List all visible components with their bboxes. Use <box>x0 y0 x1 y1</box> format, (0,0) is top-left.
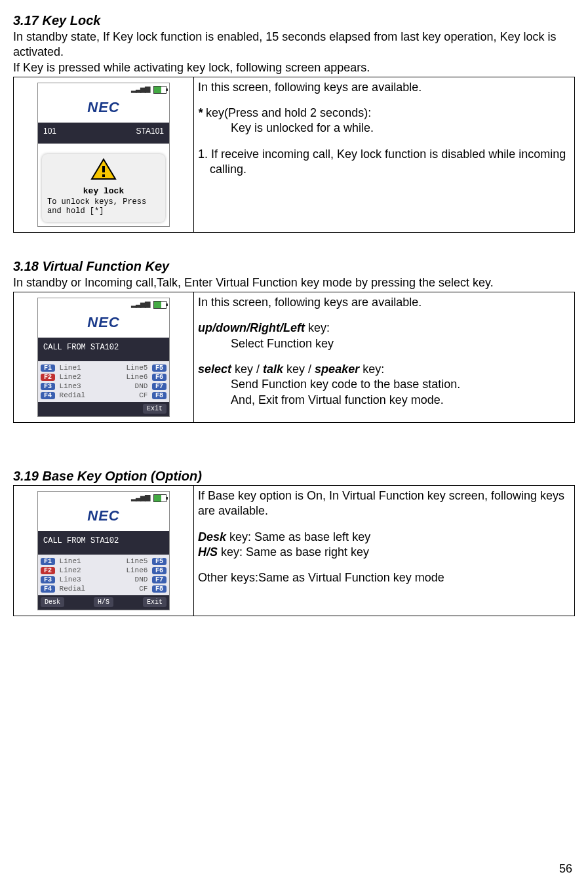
station-left: 101 <box>43 127 56 136</box>
key-name: up/down/Right/Left <box>198 321 305 334</box>
brand-logo: NEC <box>38 95 169 123</box>
fkey-badge: F8 <box>152 392 167 399</box>
key-name: talk <box>263 363 283 376</box>
fkey-badge: F4 <box>41 392 55 399</box>
desc-line: In this screen, following keys are avail… <box>198 80 570 95</box>
key-tail: key: <box>305 321 330 334</box>
key-tail: key: Same as base left key <box>226 530 370 543</box>
softkey-hs: H/S <box>94 597 113 607</box>
fkey-row: F4 RedialCF F8 <box>41 585 167 593</box>
fkey-badge: F4 <box>41 585 55 593</box>
fkey-label: Line2 <box>60 566 81 574</box>
phone-mockup: ▂▃▅▆ NEC 101 STA101 key lock To unlock k… <box>37 83 170 227</box>
key-sub: And, Exit from Virtual function key mode… <box>198 393 444 406</box>
content-table: ▂▃▅▆ NEC CALL FROM STA102 F1 Line1Line5 … <box>13 485 575 616</box>
fkey-row: F3 Line3DND F7 <box>41 382 167 390</box>
fkey-row: F2 Line2Line6 F6 <box>41 373 167 381</box>
fkey-label: Line5 <box>126 557 147 565</box>
screenshot-cell: ▂▃▅▆ NEC CALL FROM STA102 F1 Line1Line5 … <box>14 485 194 616</box>
phone-mockup: ▂▃▅▆ NEC CALL FROM STA102 F1 Line1Line5 … <box>37 491 170 610</box>
key-tail: key: Same as base right key <box>218 545 369 559</box>
fkey-badge: F6 <box>152 567 167 574</box>
desc-line: Other keys:Same as Virtual Function key … <box>198 570 570 585</box>
desc-line: * key(Press and hold 2 seconds): Key is … <box>198 106 570 136</box>
key-name: * <box>198 106 203 119</box>
function-keys: F1 Line1Line5 F5F2 Line2Line6 F6F3 Line3… <box>38 555 169 595</box>
fkey-label: Line1 <box>60 557 81 565</box>
function-keys: F1 Line1Line5 F5F2 Line2Line6 F6F3 Line3… <box>38 361 169 402</box>
fkey-label: Line6 <box>126 566 147 574</box>
call-from-row: CALL FROM STA102 <box>38 531 169 555</box>
svg-rect-1 <box>102 166 105 172</box>
fkey-badge: F2 <box>41 567 55 574</box>
desc-line: up/down/Right/Left key: Select Function … <box>198 321 570 351</box>
fkey-badge: F5 <box>152 364 167 372</box>
fkey-label: Line5 <box>126 364 147 372</box>
battery-icon <box>153 494 167 502</box>
fkey-label: Line1 <box>60 364 81 372</box>
signal-icon: ▂▃▅▆ <box>131 300 149 308</box>
fkey-badge: F7 <box>152 576 167 583</box>
intro-part: In standby or Incoming call,Talk, Enter … <box>13 276 439 289</box>
desc-line: select key / talk key / speaker key: Sen… <box>198 362 570 408</box>
call-from-row: CALL FROM STA102 <box>38 338 169 361</box>
fkey-label: DND <box>135 382 148 390</box>
fkey-row: F1 Line1Line5 F5 <box>41 364 167 372</box>
sep: key / <box>283 363 315 376</box>
fkey-label: Line2 <box>60 373 81 381</box>
desc-line: If Base key option is On, In Virtual Fun… <box>198 488 570 519</box>
key-name: Desk <box>198 530 226 543</box>
intro-part: key. <box>469 276 494 289</box>
signal-icon: ▂▃▅▆ <box>131 85 149 93</box>
signal-icon: ▂▃▅▆ <box>131 493 149 502</box>
section-heading: 3.17 Key Lock <box>13 13 575 28</box>
key-name: select <box>198 363 231 376</box>
section-heading: 3.19 Base Key Option (Option) <box>13 469 575 484</box>
fkey-row: F2 Line2Line6 F6 <box>41 566 167 574</box>
description-cell: In this screen, following keys are avail… <box>194 292 575 422</box>
screenshot-cell: ▂▃▅▆ NEC 101 STA101 key lock To unlock k… <box>14 77 194 233</box>
fkey-label: CF <box>139 391 147 399</box>
fkey-label: Line6 <box>126 373 147 381</box>
intro-text: In standby or Incoming call,Talk, Enter … <box>13 275 575 290</box>
softkey-desk: Desk <box>41 597 64 607</box>
warning-icon <box>46 158 161 185</box>
fkey-row: F1 Line1Line5 F5 <box>41 557 167 565</box>
key-tail: key: <box>359 363 384 376</box>
key-name: select <box>439 276 469 289</box>
fkey-badge: F3 <box>41 383 55 390</box>
fkey-label: Line3 <box>60 576 81 583</box>
intro-text: In standby state, If Key lock function i… <box>13 30 575 59</box>
content-table: ▂▃▅▆ NEC CALL FROM STA102 F1 Line1Line5 … <box>13 292 575 423</box>
fkey-row: F3 Line3DND F7 <box>41 576 167 583</box>
fkey-badge: F3 <box>41 576 55 583</box>
fkey-label: CF <box>139 585 147 593</box>
fkey-label: Redial <box>60 391 86 399</box>
fkey-row: F4 RedialCF F8 <box>41 391 167 399</box>
description-cell: In this screen, following keys are avail… <box>194 77 575 233</box>
panel-title: key lock <box>46 186 161 196</box>
fkey-badge: F1 <box>41 364 55 372</box>
fkey-badge: F6 <box>152 374 167 381</box>
desc-line: In this screen, following keys are avail… <box>198 295 570 310</box>
key-sub: Send Function key code to the base stati… <box>198 378 460 391</box>
svg-rect-2 <box>102 174 105 177</box>
phone-mockup: ▂▃▅▆ NEC CALL FROM STA102 F1 Line1Line5 … <box>37 298 170 417</box>
screenshot-cell: ▂▃▅▆ NEC CALL FROM STA102 F1 Line1Line5 … <box>14 292 194 422</box>
fkey-badge: F2 <box>41 374 55 381</box>
content-table: ▂▃▅▆ NEC 101 STA101 key lock To unlock k… <box>13 77 575 233</box>
sep: key / <box>231 363 263 376</box>
note-text: 1. If receive incoming call, Key lock fu… <box>210 147 570 178</box>
fkey-badge: F8 <box>152 585 167 593</box>
battery-icon <box>153 301 167 309</box>
key-name: speaker <box>315 363 359 376</box>
panel-text: To unlock keys, Press and hold [*] <box>46 196 161 219</box>
section-heading: 3.18 Virtual Function Key <box>13 259 575 274</box>
desc-line: Desk key: Same as base left key H/S key:… <box>198 530 570 560</box>
key-sub: Select Function key <box>198 337 334 350</box>
key-name: H/S <box>198 545 218 559</box>
battery-icon <box>153 86 167 94</box>
fkey-label: Line3 <box>60 382 81 390</box>
softkey-exit: Exit <box>143 404 167 414</box>
fkey-badge: F1 <box>41 558 55 565</box>
